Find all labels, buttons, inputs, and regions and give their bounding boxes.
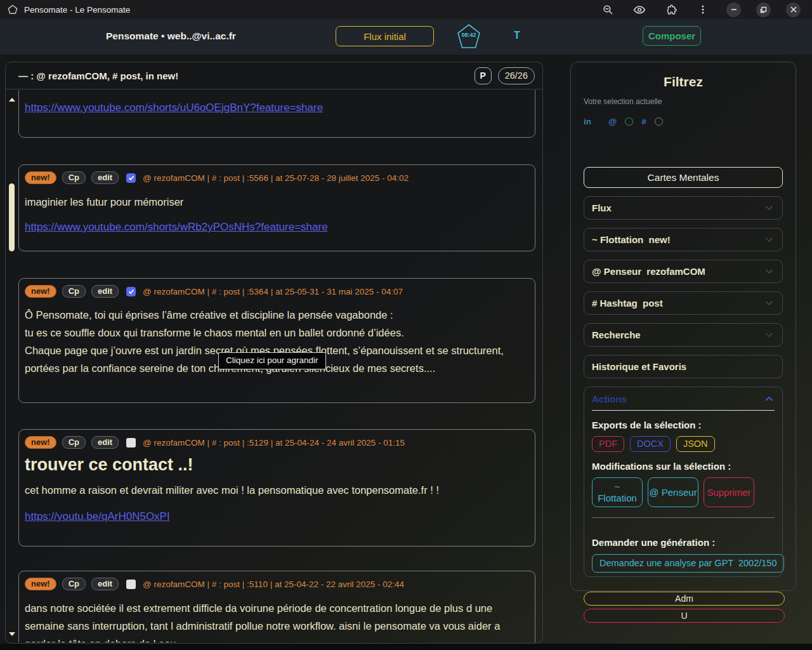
mod-penseur-button[interactable]: @ Penseur bbox=[648, 477, 698, 507]
timer-pentagon: 08:42 bbox=[457, 23, 481, 49]
post-text: dans notre sociétée il est extrement dif… bbox=[25, 599, 530, 642]
exports-label: Exports de la sélection : bbox=[592, 420, 775, 430]
extensions-icon[interactable] bbox=[665, 3, 678, 16]
post-checkbox-checked[interactable] bbox=[126, 173, 136, 183]
cartes-mentales-button[interactable]: Cartes Mentales bbox=[584, 167, 783, 188]
scroll-thumb[interactable] bbox=[9, 183, 15, 251]
checkmark-icon bbox=[128, 288, 134, 295]
post-checkbox-unchecked[interactable] bbox=[126, 580, 136, 589]
window-bottom-edge bbox=[0, 644, 812, 650]
app-pentagon-icon bbox=[6, 3, 19, 16]
feed-scrollbar[interactable] bbox=[6, 91, 17, 641]
actions-divider bbox=[592, 410, 775, 411]
edit-button[interactable]: edit bbox=[91, 578, 119, 590]
token-at: @ bbox=[608, 117, 617, 126]
post-link[interactable]: https://www.youtube.com/shorts/wRb2yPOsN… bbox=[25, 221, 328, 234]
token-in: in bbox=[584, 117, 591, 126]
post-badge-row: new! Cp edit @ rezofamCOM | # : post | :… bbox=[25, 284, 530, 298]
composer-button[interactable]: Composer bbox=[643, 26, 701, 46]
chevron-up-icon bbox=[764, 394, 775, 404]
post-text-line: tu es ce souffle doux qui transforme le … bbox=[25, 324, 530, 342]
enlarge-tooltip[interactable]: Cliquez ici pour agrandir bbox=[218, 352, 326, 369]
mod-flottation-button[interactable]: ~ Flottation bbox=[592, 477, 643, 507]
window-titlebar: Pensomate - Le Pensomate bbox=[0, 0, 812, 19]
accordion-label: @ Penseur rezofamCOM bbox=[592, 266, 705, 277]
chevron-down-icon bbox=[764, 329, 775, 340]
post-badge-row: new! Cp edit @ rezofamCOM | # : post | :… bbox=[25, 171, 530, 185]
export-json-button[interactable]: JSON bbox=[676, 436, 715, 452]
eye-icon[interactable] bbox=[633, 3, 646, 16]
accordion-recherche[interactable]: Recherche bbox=[584, 323, 783, 347]
post-link[interactable]: https://www.youtube.com/shorts/uU6oOEjgB… bbox=[25, 102, 323, 114]
accordion-actions[interactable]: Actions bbox=[592, 394, 775, 404]
flux-initial-button[interactable]: Flux initial bbox=[336, 26, 434, 46]
post-card: new! Cp edit @ rezofamCOM | # : post | :… bbox=[18, 429, 535, 547]
timer-value: 08:42 bbox=[457, 32, 481, 38]
close-button[interactable] bbox=[786, 3, 801, 17]
actions-title: Actions bbox=[592, 394, 627, 404]
chevron-down-icon bbox=[764, 266, 775, 277]
scroll-up-icon[interactable] bbox=[9, 98, 15, 102]
adm-button[interactable]: Adm bbox=[584, 592, 785, 606]
selection-tokens: in @ # bbox=[584, 117, 783, 126]
scroll-down-icon[interactable] bbox=[9, 632, 15, 636]
post-meta: @ rezofamCOM | # : post | :5129 | at 25-… bbox=[143, 438, 405, 448]
edit-button[interactable]: edit bbox=[91, 285, 119, 298]
copy-button[interactable]: Cp bbox=[62, 436, 86, 449]
post-meta: @ rezofamCOM | # : post | :5364 | at 25-… bbox=[143, 287, 403, 296]
chevron-down-icon bbox=[764, 202, 775, 213]
post-checkbox-unchecked[interactable] bbox=[126, 438, 136, 448]
post-link[interactable]: https://youtu.be/qArH0N5OxPI bbox=[25, 510, 170, 523]
zoom-out-icon[interactable] bbox=[601, 3, 614, 16]
checkmark-icon bbox=[128, 175, 134, 181]
copy-button[interactable]: Cp bbox=[62, 171, 86, 184]
gpt-analysis-button[interactable]: Demandez une analyse par GPT 2002/150 bbox=[592, 554, 784, 573]
post-card: new! Cp edit @ rezofamCOM | # : post | :… bbox=[18, 278, 535, 403]
copy-button[interactable]: Cp bbox=[62, 578, 86, 590]
post-title: trouver ce contact ..! bbox=[25, 455, 530, 475]
accordion-hashtag[interactable]: # Hashtag post bbox=[584, 291, 783, 315]
u-button[interactable]: U bbox=[584, 609, 785, 623]
new-badge: new! bbox=[25, 578, 56, 590]
edit-button[interactable]: edit bbox=[91, 171, 119, 184]
sidebar-title: Filtrez bbox=[584, 74, 783, 90]
post-text-line: Ô Pensomate, toi qui éprises l’âme créat… bbox=[25, 306, 530, 324]
post-counter-button[interactable]: 26/26 bbox=[498, 67, 535, 84]
hashtag-circle-icon bbox=[655, 117, 663, 126]
post-badge-row: new! Cp edit @ rezofamCOM | # : post | :… bbox=[25, 577, 530, 591]
feed-title: — : @ rezofamCOM, # post, in new! bbox=[18, 70, 178, 81]
selection-label: Votre selection actuelle bbox=[584, 97, 783, 106]
accordion-label: Recherche bbox=[592, 329, 641, 340]
copy-button[interactable]: Cp bbox=[62, 285, 86, 298]
edit-button[interactable]: edit bbox=[91, 436, 119, 449]
new-badge: new! bbox=[25, 285, 56, 298]
accordion-flottation[interactable]: ~ Flottation new! bbox=[584, 228, 783, 251]
post-meta: @ rezofamCOM | # : post | :5566 | at 25-… bbox=[143, 173, 409, 183]
maximize-button[interactable] bbox=[756, 3, 771, 17]
post-text: cet homme a raison et devrait militer av… bbox=[25, 481, 530, 499]
export-docx-button[interactable]: DOCX bbox=[630, 436, 671, 452]
accordion-flux[interactable]: Flux bbox=[584, 196, 783, 220]
post-card: new! Cp edit @ rezofamCOM | # : post | :… bbox=[18, 164, 535, 251]
token-hash: # bbox=[641, 117, 646, 126]
t-indicator[interactable]: T bbox=[514, 30, 520, 41]
minimize-button[interactable] bbox=[726, 3, 741, 17]
post-badge-row: new! Cp edit @ rezofamCOM | # : post | :… bbox=[25, 435, 530, 449]
export-pdf-button[interactable]: PDF bbox=[592, 436, 624, 452]
browser-menu-icon[interactable] bbox=[697, 3, 709, 16]
section-divider bbox=[592, 517, 775, 518]
filter-sidebar: Filtrez Votre selection actuelle in @ # … bbox=[570, 62, 796, 591]
delete-button[interactable]: Supprimer bbox=[704, 477, 754, 507]
flottation-circle-icon bbox=[625, 117, 633, 126]
accordion-label: Historique et Favoris bbox=[592, 361, 686, 372]
generation-label: Demander une génération : bbox=[592, 537, 775, 548]
modification-buttons: ~ Flottation @ Penseur Supprimer bbox=[592, 477, 775, 507]
chevron-down-icon bbox=[764, 298, 775, 308]
accordion-historique[interactable]: Historique et Favoris bbox=[584, 355, 783, 378]
app-header: Pensomate • web..@vi..ac.fr Flux initial… bbox=[0, 19, 812, 55]
accordion-label: # Hashtag post bbox=[592, 298, 663, 308]
feed-header: — : @ rezofamCOM, # post, in new! P 26/2… bbox=[6, 62, 542, 90]
p-button[interactable]: P bbox=[475, 67, 492, 84]
accordion-penseur[interactable]: @ Penseur rezofamCOM bbox=[584, 260, 783, 283]
post-checkbox-checked[interactable] bbox=[126, 287, 136, 296]
